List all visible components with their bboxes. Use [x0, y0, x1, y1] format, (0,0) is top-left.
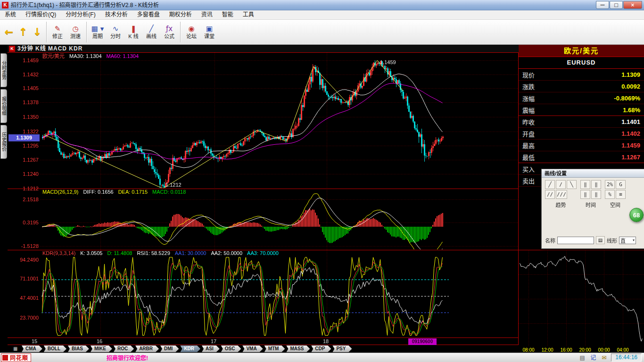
indicator-tab-cdp[interactable]: CDP	[311, 346, 331, 352]
side-tab[interactable]: 分时走势	[0, 53, 7, 87]
panel-icon[interactable]: ▤	[578, 354, 586, 361]
indicator-tab-kdr[interactable]: KDR	[180, 346, 200, 352]
indicator-tab-osc[interactable]: OSC	[221, 346, 241, 352]
quote-row-label: 买入	[522, 165, 535, 173]
shape-label: 线形	[607, 237, 617, 244]
draw-tool-button[interactable]: ‖	[580, 190, 590, 199]
indicator-tab-roc[interactable]: ROC	[114, 346, 134, 352]
price-annotation: 1.1459	[380, 59, 396, 65]
day-trend-canvas[interactable]	[519, 250, 644, 347]
draw-tool-button[interactable]: ≡	[616, 190, 626, 199]
indicator-tab-mtm[interactable]: MTM	[264, 346, 285, 352]
toolbar-button[interactable]: ∿分时	[107, 21, 124, 43]
draw-tool-button[interactable]: %	[605, 190, 615, 199]
quote-row[interactable]: 涨跌0.0092	[519, 81, 644, 92]
menu-item[interactable]: 工具	[238, 10, 259, 19]
legend-item: AA2: 50.0000	[211, 250, 242, 256]
kline-chart-canvas[interactable]	[8, 52, 519, 345]
legend-item: DEA: 0.1715	[118, 189, 148, 195]
menu-item[interactable]: 多窗看盘	[132, 10, 165, 19]
quote-row[interactable]: 最高1.1459	[519, 140, 644, 151]
menu-item[interactable]: 智能	[217, 10, 238, 19]
shape-select-value: 直	[620, 237, 626, 244]
name-browse-button[interactable]: ▤	[596, 236, 605, 244]
toolbar-button[interactable]: ❚K 线	[124, 21, 142, 43]
side-tab[interactable]: 报价明细	[0, 89, 7, 123]
maximize-button[interactable]: □	[610, 1, 623, 9]
toolbar-button-icon: ✎	[55, 25, 61, 33]
draw-tool-button[interactable]: ╱	[545, 180, 555, 189]
indicator-tab-bias[interactable]: BIAS	[68, 346, 89, 352]
toolbar-button-icon: ╱	[149, 25, 153, 33]
quote-row[interactable]: 现价1.1309	[519, 69, 644, 81]
toolbar-button[interactable]: ƒx公式	[160, 21, 178, 43]
toolbar-button[interactable]: ╱画线	[142, 21, 160, 43]
macd-tick: 0.3195	[8, 219, 39, 226]
quote-row-label: 昨收	[522, 117, 535, 126]
toolbar-button-icon: ◉	[188, 25, 194, 33]
indicator-tab-psy[interactable]: PSY	[332, 346, 352, 352]
app-window: K 招行外汇1(fxhq1) - 招商银行外汇通行情分析V2.8 - K线分析 …	[0, 0, 644, 362]
notes-icon[interactable]: 记	[589, 354, 597, 361]
draw-tool-button[interactable]: 2%	[605, 180, 615, 189]
menu-item[interactable]: 资讯	[197, 10, 217, 19]
draw-tool-button[interactable]: ╲	[567, 180, 577, 189]
menu-item[interactable]: 期权分析	[165, 10, 197, 19]
draw-tool-button[interactable]: ∕	[556, 180, 566, 189]
tool-group-row: ‖‖	[580, 190, 601, 199]
quote-row[interactable]: 震幅1.68%	[519, 104, 644, 116]
indicator-tab-asi[interactable]: ASI	[202, 346, 220, 352]
quote-row-value: 1.68%	[623, 107, 640, 114]
side-tab[interactable]: 历史报价	[0, 125, 7, 159]
price-tick: 1.1459	[8, 57, 39, 64]
toolbar-button[interactable]: ◷测速	[66, 21, 84, 43]
menu-item[interactable]: 分时分析(F)	[61, 10, 100, 19]
draw-tool-button[interactable]: ‖	[580, 180, 590, 189]
menu-item[interactable]: 技术分析	[100, 10, 132, 19]
quote-row[interactable]: 涨幅-0.8069%	[519, 92, 644, 104]
minimize-button[interactable]: —	[596, 1, 609, 9]
toolbar-button-label: 公式	[164, 33, 174, 39]
indicator-tab-mass[interactable]: MASS	[286, 346, 310, 352]
mail-icon[interactable]: ✉	[600, 354, 608, 361]
kdr-tick: 23.7000	[8, 314, 39, 321]
dialog-title[interactable]: 画线/设置	[542, 169, 644, 178]
indicator-tab-mike[interactable]: MIKE	[91, 346, 112, 352]
quote-row[interactable]: 最低1.1267	[519, 151, 644, 163]
indicator-tab-dmi[interactable]: DMI	[160, 346, 179, 352]
indicator-tab-cma[interactable]: CMA	[22, 346, 42, 352]
assistant-badge[interactable]: 68	[629, 208, 644, 222]
shape-select[interactable]: 直 ▾	[619, 237, 636, 244]
logo-text: 同花顺	[10, 354, 28, 362]
draw-tool-button[interactable]: ‖	[591, 180, 601, 189]
quote-row[interactable]: 昨收1.1401	[519, 116, 644, 128]
name-input[interactable]	[557, 237, 594, 244]
toolbar-button[interactable]: ▣课堂	[200, 21, 218, 43]
legend-item: K: 3.0505	[80, 250, 102, 256]
indicator-tab-boll[interactable]: BOLL	[44, 346, 66, 352]
draw-tool-button[interactable]: G	[616, 180, 626, 189]
indicator-tab-vma[interactable]: VMA	[242, 346, 263, 352]
close-button[interactable]: ×	[623, 1, 642, 9]
menu-item[interactable]: 行情报价(Q)	[21, 10, 61, 19]
quote-row[interactable]: 开盘1.1402	[519, 128, 644, 140]
up-arrow-button[interactable]: ↑	[16, 22, 30, 42]
date-label: 16	[97, 338, 102, 345]
draw-tool-button[interactable]: ‖	[591, 190, 601, 199]
price-tick: 1.1240	[8, 171, 39, 177]
ths-logo[interactable]: 同花顺	[1, 354, 31, 362]
toolbar-button[interactable]: ✎修正	[49, 21, 66, 43]
quote-row-value: 1.1401	[621, 118, 640, 125]
indicator-tab-arbr[interactable]: ARBR	[135, 346, 159, 352]
draw-tool-button[interactable]: ///	[556, 190, 567, 199]
down-arrow-button[interactable]: ↓	[30, 22, 44, 42]
left-tab-strip: 分时走势报价明细历史报价	[0, 45, 8, 345]
draw-tool-button[interactable]: //	[545, 190, 555, 199]
quote-row-value: -0.8069%	[614, 95, 640, 102]
title-bar: K 招行外汇1(fxhq1) - 招商银行外汇通行情分析V2.8 - K线分析 …	[0, 0, 644, 10]
toolbar-button[interactable]: ◉论坛	[182, 21, 200, 43]
toolbar-button[interactable]: ▦ ▾周期	[89, 21, 107, 43]
menu-item[interactable]: 系统	[0, 10, 21, 19]
back-arrow-button[interactable]: ←	[2, 22, 16, 42]
tool-group: ‖‖‖‖时间	[580, 180, 601, 208]
